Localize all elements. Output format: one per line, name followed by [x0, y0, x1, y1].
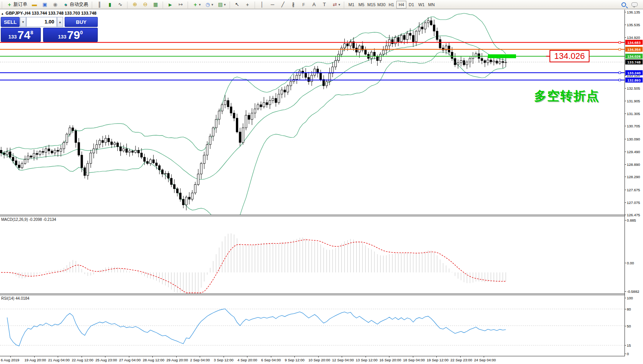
candle-body	[227, 100, 229, 107]
macd-axis-tick: 0.00	[627, 261, 634, 265]
equidistant-channel-button[interactable]	[289, 1, 298, 8]
candle-body	[287, 86, 289, 92]
arrows-button[interactable]	[330, 1, 342, 8]
candle-body	[3, 153, 5, 155]
volume-decrease-button[interactable]: ▼	[20, 17, 26, 27]
toolbar-grip	[91, 1, 94, 8]
toolbar-grip	[254, 1, 256, 8]
time-axis-tick	[389, 356, 389, 357]
indicators-button[interactable]	[190, 1, 202, 8]
fibonacci-button[interactable]	[299, 1, 309, 8]
candle-body	[54, 150, 56, 153]
line-chart-button[interactable]	[115, 1, 125, 8]
candle-body	[421, 27, 423, 29]
new-order-button[interactable]: 新订单	[5, 1, 29, 8]
level-line-anchor[interactable]	[619, 79, 621, 81]
price-level-badge: 134.354	[625, 47, 643, 52]
quote-line: ▴ GBPJPY-,H4 133.744 133.748 133.703 133…	[2, 11, 97, 15]
level-line-anchor[interactable]	[619, 72, 621, 74]
axis-tick-mark	[625, 177, 626, 177]
time-axis-tick	[34, 356, 35, 357]
candle-body	[42, 151, 44, 152]
candle-body	[99, 140, 101, 145]
rsi-pane[interactable]	[0, 295, 625, 356]
highlight-trend-segment[interactable]	[488, 54, 516, 58]
candle-body	[260, 105, 262, 107]
text-icon	[311, 1, 317, 8]
candle-body	[206, 145, 208, 155]
templates-button[interactable]	[215, 1, 227, 8]
price-callout-label[interactable]: 134.026	[549, 50, 590, 62]
bar-chart-button[interactable]	[95, 1, 104, 8]
candle-body	[125, 149, 127, 152]
volume-increase-button[interactable]: ▲	[57, 17, 63, 27]
trendline-button[interactable]	[278, 1, 288, 8]
macd-pane[interactable]	[0, 216, 625, 294]
ask-price-display[interactable]: 133 79 0	[43, 28, 98, 42]
auto-scroll-button[interactable]	[165, 1, 175, 8]
candle-body	[179, 193, 181, 199]
tile-windows-button[interactable]	[151, 1, 160, 8]
new-order-icon	[6, 1, 13, 8]
collapse-panel-icon[interactable]: ▴	[2, 12, 3, 15]
chart-shift-button[interactable]	[176, 1, 185, 8]
text-label-button[interactable]	[320, 1, 329, 8]
timeframe-button-M30[interactable]: M30	[376, 1, 386, 8]
candle-body	[269, 100, 271, 105]
candle-body	[272, 99, 274, 101]
time-axis-label: 13 Sep 12:00	[356, 358, 378, 362]
data-window-button[interactable]	[40, 1, 50, 8]
text-button[interactable]	[309, 1, 319, 8]
timeframe-button-M1[interactable]: M1	[346, 1, 356, 8]
zoom-out-button[interactable]	[140, 1, 150, 8]
timeframe-button-H4[interactable]: H4	[396, 1, 406, 8]
timeframe-button-M5[interactable]: M5	[356, 1, 366, 8]
candle-body	[87, 164, 89, 175]
periods-button[interactable]	[203, 1, 215, 8]
profiles-button[interactable]	[30, 1, 39, 8]
turning-point-annotation[interactable]: 多空转折点	[534, 88, 600, 105]
toolbar-grip	[162, 1, 164, 8]
bid-price-display[interactable]: 133 74 8	[1, 28, 41, 42]
crosshair-button[interactable]	[243, 1, 252, 8]
candle-body	[299, 71, 301, 75]
signals-button[interactable]	[50, 1, 60, 8]
chat-icon[interactable]	[631, 2, 638, 7]
sell-button[interactable]: SELL	[1, 17, 20, 27]
price-axis-tick: 128.290	[627, 175, 640, 179]
axis-tick-mark	[625, 75, 626, 76]
timeframe-button-D1[interactable]: D1	[406, 1, 416, 8]
candle-body	[137, 150, 139, 153]
templates-icon	[217, 1, 224, 8]
timeframe-button-W1[interactable]: W1	[416, 1, 426, 8]
timeframe-button-MN[interactable]: MN	[426, 1, 436, 8]
cursor-button[interactable]	[232, 1, 242, 8]
chart-area[interactable]: 136.135135.535134.920133.120132.505131.9…	[0, 10, 643, 364]
fibonacci-icon	[301, 1, 307, 8]
axis-tick-mark	[625, 164, 626, 165]
search-icon[interactable]	[621, 2, 626, 7]
vertical-line-button[interactable]	[257, 1, 267, 8]
axis-tick-mark	[625, 139, 626, 139]
candle-body	[66, 134, 68, 143]
candle-body	[364, 50, 366, 54]
autotrading-button[interactable]: 自动交易	[61, 1, 90, 8]
candle-body	[200, 164, 202, 174]
timeframe-button-H1[interactable]: H1	[386, 1, 396, 8]
level-line-anchor[interactable]	[619, 42, 621, 43]
candlestick-chart-button[interactable]	[105, 1, 115, 8]
zoom-in-button[interactable]	[130, 1, 140, 8]
candle-body	[257, 105, 259, 109]
trendline-icon	[280, 1, 286, 8]
horizontal-line-icon	[269, 1, 276, 8]
time-axis-label: 22 Aug 12:00	[72, 358, 94, 362]
candle-body	[93, 149, 95, 153]
macd-signal-line	[1, 240, 506, 293]
horizontal-line-button[interactable]	[268, 1, 277, 8]
level-line-anchor[interactable]	[619, 48, 621, 50]
timeframe-button-M15[interactable]: M15	[366, 1, 376, 8]
volume-input[interactable]: 1.00	[26, 17, 57, 27]
time-axis[interactable]: 6 Aug 201919 Aug 20:0021 Aug 04:0022 Aug…	[0, 356, 625, 364]
time-axis-label: 22 Sep 23:00	[451, 358, 473, 362]
buy-button[interactable]: BUY	[65, 17, 98, 27]
